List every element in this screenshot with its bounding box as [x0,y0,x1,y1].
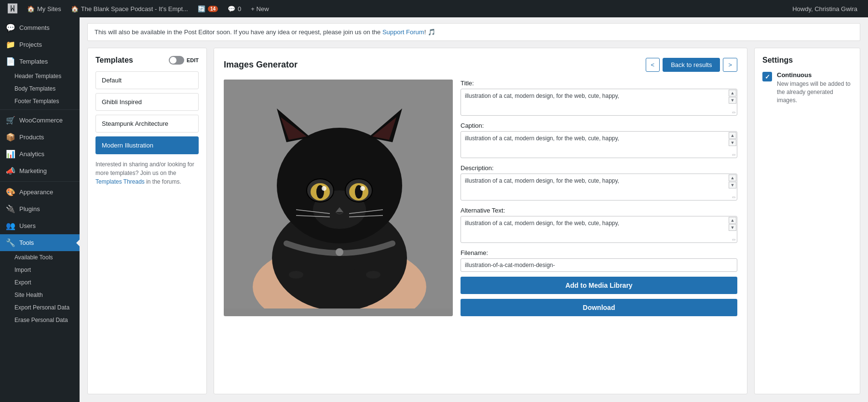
svg-point-24 [336,248,343,256]
users-icon: 👥 [6,221,15,230]
description-textarea-wrap: illustration of a cat, modern design, fo… [461,174,737,202]
sidebar-item-import[interactable]: Import [0,264,80,276]
woocommerce-icon: 🛒 [6,116,15,125]
generator-title: Images Generator [224,60,298,70]
comments-icon: 💬 [6,23,15,32]
sidebar-item-tools[interactable]: 🔧 Tools [0,234,80,251]
checkmark-icon: ✓ [765,73,770,80]
title-scroll-arrows: ▲ ▼ [729,90,736,104]
download-button[interactable]: Download [461,299,737,316]
admin-bar: 🆆 🏠 My Sites 🏠 The Blank Space Podcast -… [0,0,868,17]
alt-edit-icon[interactable]: ✏ [732,237,736,242]
next-button[interactable]: > [723,58,737,72]
site-menu[interactable]: 🏠 The Blank Space Podcast - It's Empt... [67,0,192,17]
sidebar-item-header-templates[interactable]: Header Templates [0,70,80,82]
sidebar-item-appearance[interactable]: 🎨 Appearance [0,184,80,201]
sidebar-item-marketing[interactable]: 📣 Marketing [0,162,80,179]
template-item-steampunk[interactable]: Steampunk Architecture [95,115,199,133]
updates-menu[interactable]: 🔄 14 [194,0,222,17]
template-item-modern[interactable]: Modern Illustration [95,136,199,154]
add-to-media-library-button[interactable]: Add to Media Library [461,277,737,294]
title-textarea[interactable]: illustration of a cat, modern design, fo… [461,89,737,116]
sidebar-item-plugins[interactable]: 🔌 Plugins [0,201,80,217]
sidebar-item-available-tools[interactable]: Available Tools [0,251,80,264]
image-preview [224,80,453,316]
continuous-checkbox[interactable]: ✓ [762,72,772,81]
settings-title: Settings [762,56,852,65]
alt-scroll-arrows: ▲ ▼ [729,217,736,231]
title-scroll-down[interactable]: ▼ [729,97,736,104]
user-menu[interactable]: Howdy, Christina Gwira [788,0,861,17]
generator-header: Images Generator < Back to results > [224,58,737,72]
sidebar-item-analytics[interactable]: 📊 Analytics [0,146,80,162]
svg-point-28 [366,271,380,279]
description-scroll-up[interactable]: ▲ [729,174,736,181]
plugins-icon: 🔌 [6,204,15,214]
sidebar-item-export-personal-data[interactable]: Export Personal Data [0,301,80,314]
sidebar-item-products[interactable]: 📦 Products [0,129,80,146]
alt-text-field-group: Alternative Text: illustration of a cat,… [461,207,737,244]
svg-point-16 [360,186,365,191]
wp-logo[interactable]: 🆆 [4,0,21,17]
title-scroll-up[interactable]: ▲ [729,90,736,96]
active-indicator [76,239,80,247]
description-textarea[interactable]: illustration of a cat, modern design, fo… [461,174,737,201]
content-columns: Templates EDIT Default Ghibli Inspired S… [87,48,860,394]
sidebar-item-projects[interactable]: 📁 Projects [0,36,80,53]
alt-textarea[interactable]: illustration of a cat, modern design, fo… [461,216,737,243]
caption-textarea[interactable]: illustration of a cat, modern design, fo… [461,131,737,158]
comments-menu[interactable]: 💬 0 [224,0,245,17]
generator-body: Title: illustration of a cat, modern des… [224,80,737,316]
caption-textarea-wrap: illustration of a cat, modern design, fo… [461,131,737,160]
caption-scroll-down[interactable]: ▼ [729,139,736,146]
description-scroll-arrows: ▲ ▼ [729,174,736,188]
description-scroll-down[interactable]: ▼ [729,182,736,188]
my-sites-menu[interactable]: 🏠 My Sites [23,0,65,17]
sidebar-item-woocommerce[interactable]: 🛒 WooCommerce [0,112,80,129]
caption-edit-icon[interactable]: ✏ [732,152,736,158]
templates-threads-link[interactable]: Templates Threads [95,178,145,185]
template-item-ghibli[interactable]: Ghibli Inspired [95,93,199,111]
sidebar-item-comments[interactable]: 💬 Comments [0,19,80,36]
description-label: Description: [461,164,737,172]
support-forum-link[interactable]: Support Forum [382,28,424,36]
notice-bar: This will also be available in the Post … [87,23,860,41]
templates-panel: Templates EDIT Default Ghibli Inspired S… [87,48,207,394]
alt-scroll-up[interactable]: ▲ [729,217,736,224]
back-to-results-button[interactable]: Back to results [663,58,720,72]
svg-point-15 [322,186,326,191]
continuous-label: Continuous [777,71,852,79]
sidebar-item-footer-templates[interactable]: Footer Templates [0,95,80,107]
title-textarea-wrap: illustration of a cat, modern design, fo… [461,89,737,117]
site-icon: 🏠 [71,5,79,13]
edit-toggle[interactable]: EDIT [169,56,199,65]
sidebar-item-users[interactable]: 👥 Users [0,217,80,234]
description-field-group: Description: illustration of a cat, mode… [461,164,737,202]
sidebar-item-export[interactable]: Export [0,276,80,289]
toggle-switch[interactable] [169,56,184,65]
title-label: Title: [461,80,737,87]
projects-icon: 📁 [6,40,15,49]
sidebar-item-erase-personal-data[interactable]: Erase Personal Data [0,314,80,326]
templates-panel-title: Templates [95,56,133,65]
sidebar-item-templates[interactable]: 📄 Templates [0,53,80,70]
appearance-icon: 🎨 [6,188,15,197]
new-menu[interactable]: + New [247,0,272,17]
products-icon: 📦 [6,133,15,142]
caption-scroll-arrows: ▲ ▼ [729,132,736,146]
alt-scroll-down[interactable]: ▼ [729,224,736,231]
title-edit-icon[interactable]: ✏ [732,110,736,115]
sidebar: 💬 Comments 📁 Projects 📄 Templates Header… [0,17,80,402]
fields-column: Title: illustration of a cat, modern des… [461,80,737,316]
template-item-default[interactable]: Default [95,71,199,89]
caption-label: Caption: [461,122,737,129]
marketing-icon: 📣 [6,166,15,175]
tools-icon: 🔧 [6,238,15,247]
description-edit-icon[interactable]: ✏ [732,195,736,200]
sidebar-item-body-templates[interactable]: Body Templates [0,82,80,95]
sidebar-item-site-health[interactable]: Site Health [0,289,80,301]
caption-scroll-up[interactable]: ▲ [729,132,736,139]
comment-icon: 💬 [228,5,235,13]
filename-input[interactable] [461,258,737,272]
prev-button[interactable]: < [646,58,660,72]
